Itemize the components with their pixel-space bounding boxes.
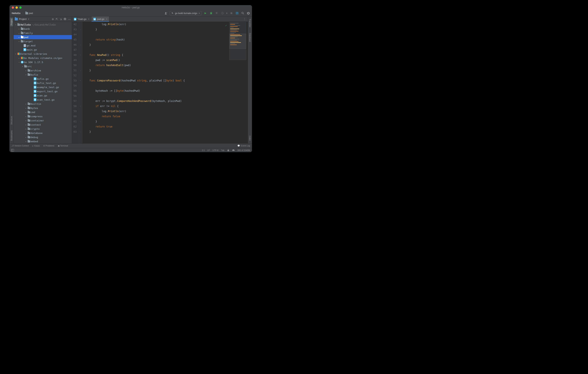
tool-vcs[interactable]: ⎇ Version Control [11, 145, 29, 147]
tree-node[interactable]: ▸cmd [14, 110, 72, 114]
tree-node[interactable]: ▸container [14, 118, 72, 123]
svg-point-0 [165, 12, 166, 13]
line-gutter: 4243444546474849505152535455565758596061… [72, 22, 79, 143]
status-encoding[interactable]: UTF-8 [212, 149, 218, 151]
folder-icon [28, 70, 30, 72]
tool-translate[interactable]: Translate [249, 18, 252, 28]
tree-node[interactable]: ▸crypto [14, 127, 72, 131]
code-with-me-button[interactable] [235, 11, 239, 15]
tree-node-file[interactable]: main.go [14, 48, 72, 52]
breadcrumb-project[interactable]: HelloGo [11, 11, 21, 15]
tree-node[interactable]: ▸target [14, 39, 72, 43]
tree-node[interactable]: ▸database [14, 131, 72, 135]
zoom-icon[interactable] [19, 6, 21, 9]
chevron-down-icon[interactable]: ▼ [226, 12, 228, 14]
hide-icon[interactable]: — [68, 18, 71, 21]
toggle-toolwin-icon[interactable] [11, 149, 14, 151]
tool-structure[interactable]: Structure [10, 115, 13, 126]
tree-node[interactable]: ▸context [14, 123, 72, 127]
close-icon[interactable] [12, 6, 14, 9]
minimap[interactable] [229, 22, 246, 60]
minimize-icon[interactable] [16, 6, 18, 9]
close-icon[interactable]: × [88, 18, 89, 21]
tree-node[interactable]: ▸builtin [14, 102, 72, 106]
expand-all-icon[interactable]: ⇱ [56, 18, 58, 21]
tool-bookmarks[interactable]: Bookmarks [10, 129, 13, 142]
tree-node[interactable]: ▸family [14, 31, 72, 35]
tool-problems[interactable]: ⊘ Problems [43, 145, 54, 147]
run-config-selector[interactable]: go build itumate.cn/go ▼ [169, 11, 202, 15]
tree-node[interactable]: ▸bank [14, 27, 72, 31]
library-icon [21, 57, 23, 59]
tab-main-go[interactable]: *main.go × [72, 16, 92, 21]
user-menu-button[interactable] [164, 11, 168, 15]
tree-node[interactable]: ▸bytes [14, 106, 72, 110]
go-file-icon [34, 98, 36, 101]
tree-node[interactable]: ▾src [14, 64, 72, 68]
lock-icon[interactable] [227, 149, 229, 151]
coverage-button[interactable] [215, 11, 219, 15]
collapse-all-icon[interactable]: ⇲ [60, 18, 62, 21]
go-file-icon [34, 82, 36, 85]
tree-node-root[interactable]: ▾HelloGo~/GoLand/HelloGo [14, 22, 72, 27]
breadcrumb[interactable]: HelloGo pwd [11, 11, 34, 15]
tree-node-file[interactable]: scan_test.go [14, 97, 72, 102]
search-button[interactable] [241, 11, 245, 15]
main-toolbar: HelloGo pwd go build itumate.cn/go ▼ [10, 10, 252, 16]
tree-node-file[interactable]: example_test.go [14, 85, 72, 89]
close-icon[interactable]: × [106, 18, 107, 21]
tree-node-selected[interactable]: ▸pwd [14, 35, 72, 39]
status-line-ending[interactable]: LF [207, 149, 210, 151]
tool-make[interactable]: make [249, 135, 252, 142]
right-tool-strip: Translate Database make [248, 16, 252, 143]
tool-eventlog[interactable]: 💬 Event Log [237, 145, 250, 147]
check-icon: ✓ [225, 23, 227, 28]
tree-node[interactable]: ▾bufio [14, 73, 72, 77]
tree-node[interactable]: ▸compress [14, 114, 72, 118]
tree-node-file[interactable]: bufio_test.go [14, 81, 72, 85]
project-sidebar: Project ▼ ⊕ ⇱ ⇲ — ▾HelloGo~/GoLand/Hello… [14, 16, 72, 143]
folder-icon [28, 128, 30, 130]
tree-node-file[interactable]: go.mod [14, 43, 72, 48]
status-indent[interactable]: Tab [221, 149, 224, 151]
tool-terminal[interactable]: ▣ Terminal [58, 145, 68, 147]
code-editor[interactable]: 4243444546474849505152535455565758596061… [72, 22, 248, 143]
settings-button[interactable] [246, 11, 251, 15]
profile-button[interactable] [220, 11, 224, 15]
folder-icon [28, 119, 30, 122]
select-file-icon[interactable]: ⊕ [52, 18, 54, 21]
folder-icon [28, 107, 30, 109]
tab-pwd-go[interactable]: pwd.go × [92, 16, 109, 21]
tree-node[interactable]: ▸Go Modules <itumate.cn/go> [14, 56, 72, 60]
folder-icon [17, 24, 20, 26]
svg-rect-9 [228, 150, 229, 151]
project-tree[interactable]: ▾HelloGo~/GoLand/HelloGo ▸bank ▸family ▸… [14, 22, 72, 143]
tab-more-icon[interactable]: ⋮ [242, 16, 248, 21]
tool-database[interactable]: Database [249, 32, 252, 43]
tree-node-file[interactable]: scan.go [14, 93, 72, 97]
sidebar-title[interactable]: Project [19, 18, 27, 21]
tree-node[interactable]: ▾Go SDK 1.17.5 [14, 60, 72, 64]
window-title: HelloGo – pwd.go [122, 6, 140, 9]
tree-node[interactable]: ▸embed [14, 139, 72, 143]
tool-project[interactable]: Project [10, 18, 13, 26]
folder-icon [28, 136, 30, 138]
chevron-down-icon[interactable]: ▼ [28, 18, 29, 20]
cloud-icon[interactable] [232, 149, 235, 151]
breadcrumb-folder[interactable]: pwd [25, 11, 34, 15]
fold-gutter[interactable]: ▵▵▾▵▾▾▵▵ [79, 22, 82, 143]
debug-button[interactable] [209, 11, 213, 15]
stop-button[interactable] [229, 11, 233, 15]
tree-node[interactable]: ▸archive [14, 68, 72, 73]
tool-todo[interactable]: ≡ TODO [32, 145, 40, 147]
gear-icon[interactable] [64, 18, 66, 21]
tree-node[interactable]: ▸debug [14, 135, 72, 139]
tree-node-file[interactable]: bufio.go [14, 77, 72, 81]
code-body[interactable]: log.Println(err) } return string(hash) }… [82, 22, 248, 143]
status-cursor[interactable]: 2:1 [202, 149, 205, 151]
tree-node-extlib[interactable]: ▾External Libraries [14, 52, 72, 56]
go-file-icon [74, 18, 76, 21]
tree-node-file[interactable]: export_test.go [14, 89, 72, 93]
status-memory[interactable]: 306 of 2048M [237, 149, 250, 151]
run-button[interactable] [203, 11, 207, 15]
